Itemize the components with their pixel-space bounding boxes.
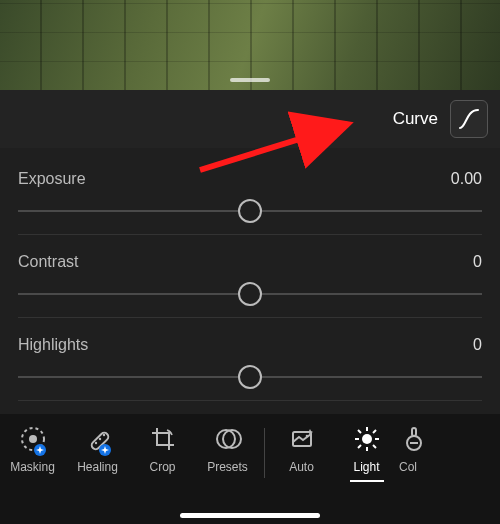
highlights-slider[interactable] [18,364,482,390]
tool-auto[interactable]: Auto [269,424,334,474]
light-panel: Exposure 0.00 Contrast 0 Highlights 0 Sh… [0,148,500,437]
active-underline [350,480,384,482]
tool-label: Crop [149,460,175,474]
tool-label: Col [399,460,417,474]
tool-presets[interactable]: Presets [195,424,260,474]
home-indicator[interactable] [180,513,320,518]
tool-crop[interactable]: Crop [130,424,195,474]
svg-point-4 [98,438,100,440]
svg-point-9 [305,435,308,438]
tool-label: Presets [207,460,248,474]
contrast-label: Contrast [18,253,78,271]
curve-label: Curve [393,109,438,129]
exposure-slider[interactable] [18,198,482,224]
highlights-label: Highlights [18,336,88,354]
exposure-value: 0.00 [451,170,482,188]
contrast-slider[interactable] [18,281,482,307]
toolbar-separator [264,428,265,478]
exposure-row: Exposure 0.00 [18,152,482,235]
svg-point-5 [102,434,104,436]
tool-label: Masking [10,460,55,474]
svg-rect-20 [412,428,416,436]
new-badge-icon [99,444,111,456]
tool-masking[interactable]: Masking [0,424,65,474]
svg-line-17 [358,445,361,448]
tool-healing[interactable]: Healing [65,424,130,474]
panel-drag-handle[interactable] [230,78,270,82]
curve-icon [458,108,480,130]
svg-point-10 [362,434,372,444]
contrast-row: Contrast 0 [18,235,482,318]
color-icon [399,424,429,454]
svg-line-16 [373,445,376,448]
contrast-value: 0 [473,253,482,271]
svg-point-1 [29,435,37,443]
tool-color[interactable]: Col [399,424,433,474]
crop-icon [148,424,178,454]
light-icon [352,424,382,454]
highlights-row: Highlights 0 [18,318,482,401]
auto-icon [287,424,317,454]
highlights-value: 0 [473,336,482,354]
curve-button[interactable] [450,100,488,138]
tool-label: Auto [289,460,314,474]
exposure-label: Exposure [18,170,86,188]
tool-label: Light [353,460,379,474]
tool-label: Healing [77,460,118,474]
bottom-toolbar: Masking Healing Crop Presets Auto Light [0,414,500,524]
photo-preview[interactable] [0,0,500,90]
new-badge-icon [34,444,46,456]
tool-light[interactable]: Light [334,424,399,474]
svg-line-15 [358,430,361,433]
svg-point-3 [94,442,96,444]
presets-icon [213,424,243,454]
svg-line-18 [373,430,376,433]
panel-header: Curve [0,90,500,148]
